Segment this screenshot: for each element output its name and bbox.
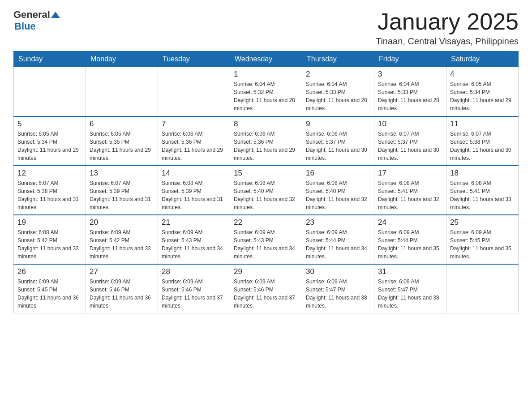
location-title: Tinaan, Central Visayas, Philippines [376, 36, 519, 47]
calendar-cell: 7Sunrise: 6:06 AMSunset: 5:36 PMDaylight… [158, 116, 230, 166]
calendar-cell: 22Sunrise: 6:09 AMSunset: 5:43 PMDayligh… [230, 215, 302, 264]
day-info: Sunrise: 6:09 AMSunset: 5:43 PMDaylight:… [162, 228, 226, 261]
day-info: Sunrise: 6:09 AMSunset: 5:46 PMDaylight:… [234, 278, 298, 310]
calendar-cell: 31Sunrise: 6:09 AMSunset: 5:47 PMDayligh… [374, 264, 446, 313]
day-number: 9 [306, 120, 370, 128]
day-info: Sunrise: 6:04 AMSunset: 5:32 PMDaylight:… [234, 80, 298, 112]
day-number: 25 [450, 218, 515, 227]
calendar-cell: 9Sunrise: 6:06 AMSunset: 5:37 PMDaylight… [302, 116, 374, 166]
day-info: Sunrise: 6:08 AMSunset: 5:41 PMDaylight:… [378, 179, 442, 211]
day-number: 16 [306, 169, 370, 178]
day-info: Sunrise: 6:09 AMSunset: 5:47 PMDaylight:… [378, 278, 442, 310]
calendar-week-row: 26Sunrise: 6:09 AMSunset: 5:45 PMDayligh… [14, 264, 519, 313]
day-number: 2 [306, 70, 370, 79]
day-number: 22 [234, 218, 298, 227]
day-info: Sunrise: 6:09 AMSunset: 5:46 PMDaylight:… [90, 278, 154, 310]
day-info: Sunrise: 6:04 AMSunset: 5:33 PMDaylight:… [378, 80, 442, 112]
calendar-cell: 16Sunrise: 6:08 AMSunset: 5:40 PMDayligh… [302, 166, 374, 215]
calendar-cell: 20Sunrise: 6:09 AMSunset: 5:42 PMDayligh… [86, 215, 158, 264]
day-number: 13 [90, 169, 154, 178]
logo: General Blue [13, 9, 60, 32]
day-number: 8 [234, 120, 298, 128]
day-number: 20 [90, 218, 154, 227]
day-info: Sunrise: 6:06 AMSunset: 5:36 PMDaylight:… [234, 130, 298, 162]
calendar-cell: 21Sunrise: 6:09 AMSunset: 5:43 PMDayligh… [158, 215, 230, 264]
calendar-day-header: Sunday [14, 51, 86, 67]
calendar-cell: 29Sunrise: 6:09 AMSunset: 5:46 PMDayligh… [230, 264, 302, 313]
calendar-cell: 14Sunrise: 6:08 AMSunset: 5:39 PMDayligh… [158, 166, 230, 215]
title-section: January 2025 Tinaan, Central Visayas, Ph… [376, 9, 519, 47]
day-number: 11 [450, 120, 515, 128]
calendar-cell: 13Sunrise: 6:07 AMSunset: 5:39 PMDayligh… [86, 166, 158, 215]
day-info: Sunrise: 6:05 AMSunset: 5:34 PMDaylight:… [450, 80, 515, 112]
calendar-day-header: Friday [374, 51, 446, 67]
calendar-cell: 1Sunrise: 6:04 AMSunset: 5:32 PMDaylight… [230, 67, 302, 116]
day-number: 28 [162, 267, 226, 276]
day-info: Sunrise: 6:09 AMSunset: 5:45 PMDaylight:… [17, 278, 82, 310]
day-number: 18 [450, 169, 515, 178]
month-title: January 2025 [376, 9, 519, 34]
day-info: Sunrise: 6:07 AMSunset: 5:38 PMDaylight:… [450, 130, 515, 162]
calendar-cell: 3Sunrise: 6:04 AMSunset: 5:33 PMDaylight… [374, 67, 446, 116]
day-info: Sunrise: 6:09 AMSunset: 5:44 PMDaylight:… [378, 228, 442, 261]
day-info: Sunrise: 6:09 AMSunset: 5:43 PMDaylight:… [234, 228, 298, 261]
day-info: Sunrise: 6:07 AMSunset: 5:38 PMDaylight:… [17, 179, 82, 211]
calendar-week-row: 12Sunrise: 6:07 AMSunset: 5:38 PMDayligh… [14, 166, 519, 215]
calendar-cell: 30Sunrise: 6:09 AMSunset: 5:47 PMDayligh… [302, 264, 374, 313]
calendar-day-header: Tuesday [158, 51, 230, 67]
calendar-week-row: 19Sunrise: 6:08 AMSunset: 5:42 PMDayligh… [14, 215, 519, 264]
calendar-cell: 5Sunrise: 6:05 AMSunset: 5:34 PMDaylight… [14, 116, 86, 166]
calendar-cell: 8Sunrise: 6:06 AMSunset: 5:36 PMDaylight… [230, 116, 302, 166]
calendar-cell: 4Sunrise: 6:05 AMSunset: 5:34 PMDaylight… [446, 67, 519, 116]
calendar-cell: 10Sunrise: 6:07 AMSunset: 5:37 PMDayligh… [374, 116, 446, 166]
day-number: 14 [162, 169, 226, 178]
day-info: Sunrise: 6:09 AMSunset: 5:47 PMDaylight:… [306, 278, 370, 310]
calendar-cell: 26Sunrise: 6:09 AMSunset: 5:45 PMDayligh… [14, 264, 86, 313]
calendar-cell: 24Sunrise: 6:09 AMSunset: 5:44 PMDayligh… [374, 215, 446, 264]
day-info: Sunrise: 6:04 AMSunset: 5:33 PMDaylight:… [306, 80, 370, 112]
calendar-header-row: SundayMondayTuesdayWednesdayThursdayFrid… [14, 51, 519, 67]
day-number: 27 [90, 267, 154, 276]
day-number: 3 [378, 70, 442, 79]
day-info: Sunrise: 6:05 AMSunset: 5:35 PMDaylight:… [90, 130, 154, 162]
calendar-cell: 28Sunrise: 6:09 AMSunset: 5:46 PMDayligh… [158, 264, 230, 313]
day-info: Sunrise: 6:05 AMSunset: 5:34 PMDaylight:… [17, 130, 82, 162]
calendar-day-header: Thursday [302, 51, 374, 67]
day-info: Sunrise: 6:09 AMSunset: 5:45 PMDaylight:… [450, 228, 515, 261]
calendar-week-row: 5Sunrise: 6:05 AMSunset: 5:34 PMDaylight… [14, 116, 519, 166]
day-number: 19 [17, 218, 82, 227]
logo-blue-text: Blue [14, 21, 36, 32]
day-info: Sunrise: 6:07 AMSunset: 5:39 PMDaylight:… [90, 179, 154, 211]
calendar-cell: 15Sunrise: 6:08 AMSunset: 5:40 PMDayligh… [230, 166, 302, 215]
day-info: Sunrise: 6:08 AMSunset: 5:40 PMDaylight:… [306, 179, 370, 211]
calendar-cell: 23Sunrise: 6:09 AMSunset: 5:44 PMDayligh… [302, 215, 374, 264]
day-number: 15 [234, 169, 298, 178]
calendar-cell: 27Sunrise: 6:09 AMSunset: 5:46 PMDayligh… [86, 264, 158, 313]
calendar-table: SundayMondayTuesdayWednesdayThursdayFrid… [13, 51, 519, 313]
calendar-cell: 12Sunrise: 6:07 AMSunset: 5:38 PMDayligh… [14, 166, 86, 215]
day-number: 31 [378, 267, 442, 276]
page-header: General Blue January 2025 Tinaan, Centra… [13, 9, 519, 47]
calendar-cell: 17Sunrise: 6:08 AMSunset: 5:41 PMDayligh… [374, 166, 446, 215]
day-number: 17 [378, 169, 442, 178]
calendar-week-row: 1Sunrise: 6:04 AMSunset: 5:32 PMDaylight… [14, 67, 519, 116]
day-number: 26 [17, 267, 82, 276]
day-info: Sunrise: 6:09 AMSunset: 5:42 PMDaylight:… [90, 228, 154, 261]
day-info: Sunrise: 6:08 AMSunset: 5:41 PMDaylight:… [450, 179, 515, 211]
day-number: 23 [306, 218, 370, 227]
day-info: Sunrise: 6:09 AMSunset: 5:46 PMDaylight:… [162, 278, 226, 310]
day-number: 24 [378, 218, 442, 227]
calendar-cell: 11Sunrise: 6:07 AMSunset: 5:38 PMDayligh… [446, 116, 519, 166]
day-number: 12 [17, 169, 82, 178]
day-number: 6 [90, 120, 154, 128]
calendar-cell [14, 67, 86, 116]
day-info: Sunrise: 6:09 AMSunset: 5:44 PMDaylight:… [306, 228, 370, 261]
calendar-cell [86, 67, 158, 116]
calendar-cell [158, 67, 230, 116]
calendar-cell: 25Sunrise: 6:09 AMSunset: 5:45 PMDayligh… [446, 215, 519, 264]
day-number: 4 [450, 70, 515, 79]
day-number: 10 [378, 120, 442, 128]
logo-general-text: General [13, 9, 50, 21]
calendar-cell: 2Sunrise: 6:04 AMSunset: 5:33 PMDaylight… [302, 67, 374, 116]
day-number: 1 [234, 70, 298, 79]
